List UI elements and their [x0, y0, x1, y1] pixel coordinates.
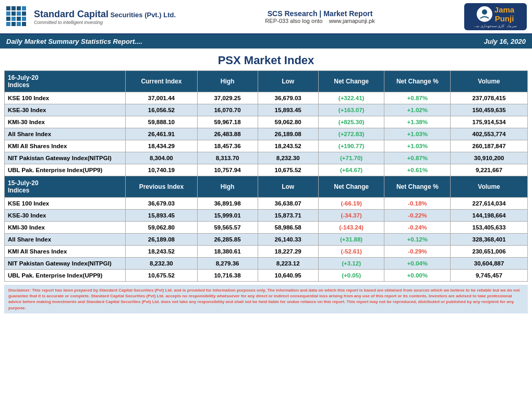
high-val: 8,279.36 [197, 258, 258, 270]
net-change-val: (+0.05) [318, 270, 384, 282]
prev-val: 36,679.03 [126, 198, 197, 210]
company-name: Standard Capital Securities (Pvt.) Ltd. … [34, 9, 176, 25]
net-pct-val: -0.18% [384, 198, 451, 210]
current-val: 59,888.10 [126, 116, 197, 128]
svg-rect-7 [11, 17, 16, 21]
table-row: KSE-30 Index 15,893.45 15,999.01 15,873.… [5, 210, 528, 222]
current-val: 10,740.19 [126, 164, 197, 176]
col-high-1: High [197, 71, 258, 92]
low-val: 36,638.07 [258, 198, 318, 210]
prev-val: 18,243.52 [126, 246, 197, 258]
volume-val: 9,221,667 [451, 164, 528, 176]
index-name: KMI All Shares Index [5, 246, 126, 258]
low-val: 18,243.52 [258, 140, 318, 152]
net-change-val: (+163.07) [318, 104, 384, 116]
net-pct-val: +0.61% [384, 164, 451, 176]
volume-val: 30,604,887 [451, 258, 528, 270]
net-change-val: (+825.30) [318, 116, 384, 128]
table-container: 16-July-20 Indices Current Index High Lo… [0, 70, 532, 282]
volume-val: 227,614,034 [451, 198, 528, 210]
low-val: 36,679.03 [258, 92, 318, 104]
svg-rect-3 [6, 11, 10, 16]
table-row: KMI-30 Index 59,888.10 59,967.18 59,062.… [5, 116, 528, 128]
low-val: 8,223.12 [258, 258, 318, 270]
net-pct-val: +1.03% [384, 128, 451, 140]
current-val: 18,434.29 [126, 140, 197, 152]
index-name: KSE 100 Index [5, 198, 126, 210]
jama-brand2: Punji [494, 14, 514, 23]
table-row: NIT Pakistan Gateway Index(NITPGI) 8,304… [5, 152, 528, 164]
disclaimer: Disclaimer: This report has been prepare… [4, 285, 528, 313]
jama-icon [477, 6, 492, 22]
header-center: SCS Research | Market Report REP-033 als… [265, 9, 374, 24]
net-pct-val: -0.24% [384, 222, 451, 234]
company-sub: Securities (Pvt.) Ltd. [110, 11, 176, 19]
disclaimer-text: This report has been prepared by Standar… [8, 288, 520, 310]
high-val: 18,457.36 [197, 140, 258, 152]
col-net-change-1: Net Change [318, 71, 384, 92]
net-pct-val: +1.02% [384, 104, 451, 116]
svg-rect-1 [11, 6, 16, 10]
index-name: UBL Pak. Enterprise Index(UPP9) [5, 164, 126, 176]
table-row: All Share Index 26,189.08 26,285.85 26,1… [5, 234, 528, 246]
table-row: KMI All Shares Index 18,243.52 18,380.61… [5, 246, 528, 258]
index-name: UBL Pak. Enterprise Index(UPP9) [5, 270, 126, 282]
high-val: 15,999.01 [197, 210, 258, 222]
header: Standard Capital Securities (Pvt.) Ltd. … [0, 0, 532, 34]
col-net-pct-2: Net Change % [384, 176, 451, 198]
index-name: KSE 100 Index [5, 92, 126, 104]
net-change-val: (-34.37) [318, 210, 384, 222]
prev-val: 10,675.52 [126, 270, 197, 282]
section1-header: 16-July-20 Indices Current Index High Lo… [5, 71, 528, 92]
volume-val: 402,553,774 [451, 128, 528, 140]
prev-val: 8,232.30 [126, 258, 197, 270]
svg-rect-4 [11, 11, 16, 16]
col-high-2: High [197, 176, 258, 198]
volume-val: 144,198,664 [451, 210, 528, 222]
net-change-val: (-52.61) [318, 246, 384, 258]
svg-rect-14 [17, 22, 21, 26]
rep-code: REP-033 also log onto www.jamapunji.pk [265, 18, 374, 24]
net-pct-val: +0.87% [384, 152, 451, 164]
table-row: KSE 100 Index 36,679.03 36,891.98 36,638… [5, 198, 528, 210]
prev-val: 59,062.80 [126, 222, 197, 234]
svg-rect-10 [22, 11, 26, 16]
net-pct-val: +1.03% [384, 140, 451, 152]
low-val: 10,640.95 [258, 270, 318, 282]
volume-val: 175,914,534 [451, 116, 528, 128]
table-row: NIT Pakistan Gateway Index(NITPGI) 8,232… [5, 258, 528, 270]
net-pct-val: +0.12% [384, 234, 451, 246]
col-low-2: Low [258, 176, 318, 198]
high-val: 8,313.70 [197, 152, 258, 164]
index-name: All Share Index [5, 234, 126, 246]
low-val: 15,893.45 [258, 104, 318, 116]
net-change-val: (-143.24) [318, 222, 384, 234]
market-table: 16-July-20 Indices Current Index High Lo… [4, 70, 528, 282]
svg-point-16 [482, 9, 487, 15]
daily-bar: Daily Market Summary Statistics Report..… [0, 34, 532, 49]
index-name: KSE-30 Index [5, 210, 126, 222]
low-val: 59,062.80 [258, 116, 318, 128]
header-right: Jama Punji سرمایہ کاری سمجھداری سے [464, 3, 527, 30]
volume-val: 30,910,200 [451, 152, 528, 164]
low-val: 8,232.30 [258, 152, 318, 164]
section2-header: 15-July-20 Indices Previous Index High L… [5, 176, 528, 198]
svg-rect-9 [22, 6, 26, 10]
jama-logo: Jama Punji سرمایہ کاری سمجھداری سے [464, 3, 527, 30]
col-net-change-2: Net Change [318, 176, 384, 198]
net-pct-val: +0.04% [384, 258, 451, 270]
current-val: 37,001.44 [126, 92, 197, 104]
svg-rect-11 [22, 17, 26, 21]
current-val: 16,056.52 [126, 104, 197, 116]
table-row: KSE-30 Index 16,056.52 16,070.70 15,893.… [5, 104, 528, 116]
index-name: KMI-30 Index [5, 116, 126, 128]
company-tagline: Committed to intelligent investing [34, 20, 176, 25]
svg-rect-12 [6, 22, 10, 26]
index-name: KMI All Shares Index [5, 140, 126, 152]
net-change-val: (+3.12) [318, 258, 384, 270]
report-date: July 16, 2020 [484, 38, 526, 45]
net-change-val: (+272.83) [318, 128, 384, 140]
index-name: All Share Index [5, 128, 126, 140]
col-volume-1: Volume [451, 71, 528, 92]
net-change-val: (+31.88) [318, 234, 384, 246]
